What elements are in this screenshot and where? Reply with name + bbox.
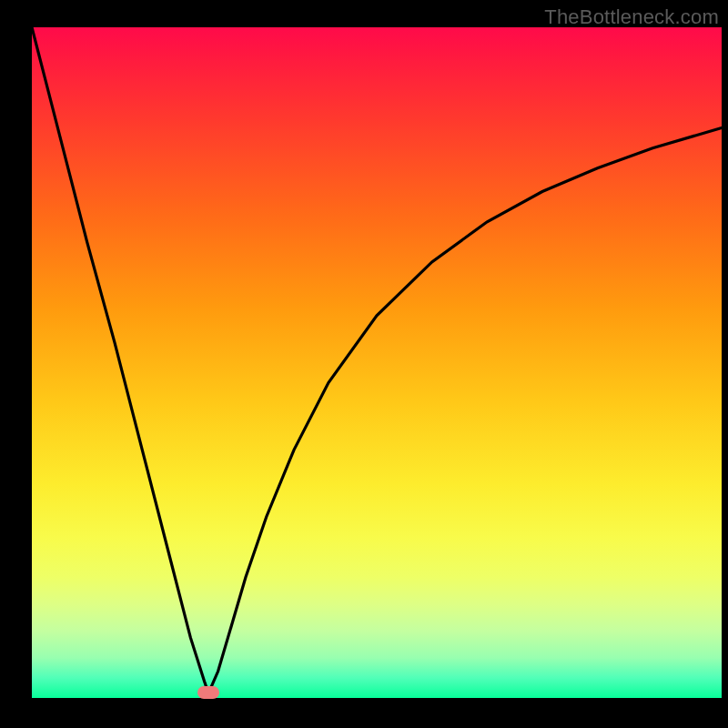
dip-marker	[197, 686, 219, 699]
watermark-text: TheBottleneck.com	[544, 5, 719, 29]
chart-frame: TheBottleneck.com	[0, 0, 728, 728]
curve-left-branch	[32, 27, 208, 693]
plot-area	[32, 27, 722, 698]
curve-right-branch	[208, 128, 722, 693]
curve-layer	[32, 27, 722, 698]
